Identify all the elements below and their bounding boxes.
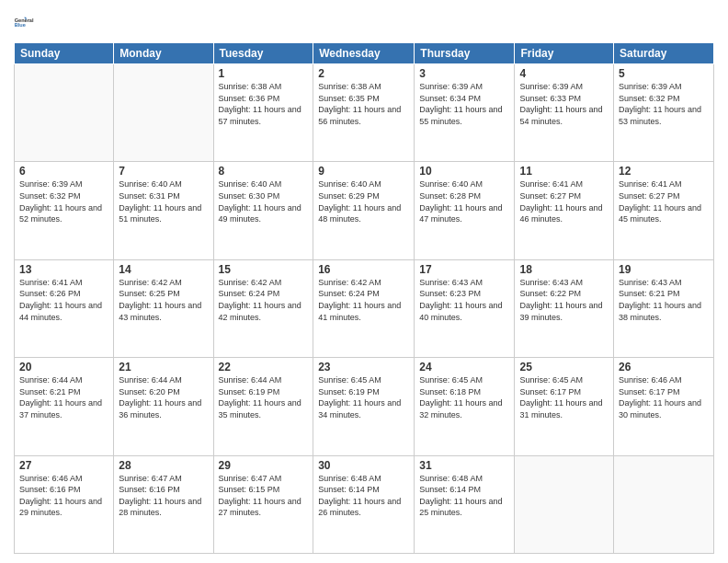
day-cell: 18Sunrise: 6:43 AMSunset: 6:22 PMDayligh…	[515, 259, 614, 357]
day-cell: 4Sunrise: 6:39 AMSunset: 6:33 PMDaylight…	[515, 64, 614, 162]
day-cell	[614, 455, 714, 553]
day-cell: 29Sunrise: 6:47 AMSunset: 6:15 PMDayligh…	[213, 455, 313, 553]
day-info: Sunrise: 6:48 AMSunset: 6:14 PMDaylight:…	[318, 473, 409, 519]
day-number: 5	[619, 67, 709, 80]
day-number: 27	[19, 459, 108, 472]
day-info: Sunrise: 6:40 AMSunset: 6:29 PMDaylight:…	[318, 178, 409, 224]
day-cell: 23Sunrise: 6:45 AMSunset: 6:19 PMDayligh…	[313, 358, 415, 455]
day-info: Sunrise: 6:44 AMSunset: 6:19 PMDaylight:…	[219, 374, 309, 420]
day-cell: 14Sunrise: 6:42 AMSunset: 6:25 PMDayligh…	[114, 259, 213, 357]
col-header-tuesday: Tuesday	[213, 43, 313, 64]
day-info: Sunrise: 6:44 AMSunset: 6:20 PMDaylight:…	[119, 374, 208, 420]
day-info: Sunrise: 6:45 AMSunset: 6:18 PMDaylight:…	[419, 374, 509, 420]
day-cell: 8Sunrise: 6:40 AMSunset: 6:30 PMDaylight…	[213, 162, 313, 259]
logo-icon: General Blue	[14, 9, 40, 35]
day-number: 14	[119, 263, 208, 276]
day-info: Sunrise: 6:41 AMSunset: 6:27 PMDaylight:…	[519, 178, 609, 224]
day-number: 28	[119, 459, 208, 472]
day-cell: 19Sunrise: 6:43 AMSunset: 6:21 PMDayligh…	[614, 259, 714, 357]
day-info: Sunrise: 6:45 AMSunset: 6:17 PMDaylight:…	[519, 374, 609, 420]
day-cell: 27Sunrise: 6:46 AMSunset: 6:16 PMDayligh…	[15, 455, 114, 553]
day-info: Sunrise: 6:38 AMSunset: 6:36 PMDaylight:…	[219, 81, 309, 127]
day-number: 23	[318, 361, 409, 373]
week-row-2: 13Sunrise: 6:41 AMSunset: 6:26 PMDayligh…	[15, 259, 714, 357]
day-number: 13	[19, 263, 108, 276]
day-number: 31	[419, 459, 509, 472]
day-cell: 17Sunrise: 6:43 AMSunset: 6:23 PMDayligh…	[415, 259, 515, 357]
day-number: 8	[219, 165, 309, 178]
day-info: Sunrise: 6:47 AMSunset: 6:15 PMDaylight:…	[219, 473, 309, 519]
day-cell: 7Sunrise: 6:40 AMSunset: 6:31 PMDaylight…	[114, 162, 213, 259]
week-row-1: 6Sunrise: 6:39 AMSunset: 6:32 PMDaylight…	[15, 162, 714, 259]
week-row-3: 20Sunrise: 6:44 AMSunset: 6:21 PMDayligh…	[15, 358, 714, 455]
day-cell: 16Sunrise: 6:42 AMSunset: 6:24 PMDayligh…	[313, 259, 415, 357]
col-header-wednesday: Wednesday	[313, 43, 415, 64]
day-info: Sunrise: 6:45 AMSunset: 6:19 PMDaylight:…	[318, 374, 409, 420]
day-number: 22	[219, 361, 309, 373]
day-cell: 13Sunrise: 6:41 AMSunset: 6:26 PMDayligh…	[15, 259, 114, 357]
header-row: SundayMondayTuesdayWednesdayThursdayFrid…	[15, 43, 714, 64]
day-info: Sunrise: 6:42 AMSunset: 6:24 PMDaylight:…	[318, 277, 409, 323]
day-number: 10	[419, 165, 509, 178]
day-cell: 6Sunrise: 6:39 AMSunset: 6:32 PMDaylight…	[15, 162, 114, 259]
day-cell: 22Sunrise: 6:44 AMSunset: 6:19 PMDayligh…	[213, 358, 313, 455]
logo: General Blue	[14, 9, 43, 35]
day-info: Sunrise: 6:39 AMSunset: 6:32 PMDaylight:…	[19, 178, 108, 224]
day-info: Sunrise: 6:42 AMSunset: 6:24 PMDaylight:…	[219, 277, 309, 323]
day-number: 9	[318, 165, 409, 178]
day-info: Sunrise: 6:40 AMSunset: 6:30 PMDaylight:…	[219, 178, 309, 224]
svg-text:Blue: Blue	[15, 22, 26, 28]
day-info: Sunrise: 6:46 AMSunset: 6:16 PMDaylight:…	[19, 473, 108, 519]
day-cell: 12Sunrise: 6:41 AMSunset: 6:27 PMDayligh…	[614, 162, 714, 259]
col-header-friday: Friday	[515, 43, 614, 64]
day-info: Sunrise: 6:42 AMSunset: 6:25 PMDaylight:…	[119, 277, 208, 323]
day-number: 1	[219, 67, 309, 80]
day-cell: 15Sunrise: 6:42 AMSunset: 6:24 PMDayligh…	[213, 259, 313, 357]
day-cell: 1Sunrise: 6:38 AMSunset: 6:36 PMDaylight…	[213, 64, 313, 162]
day-info: Sunrise: 6:43 AMSunset: 6:21 PMDaylight:…	[619, 277, 709, 323]
day-cell: 10Sunrise: 6:40 AMSunset: 6:28 PMDayligh…	[415, 162, 515, 259]
day-number: 6	[19, 165, 108, 178]
day-number: 18	[519, 263, 609, 276]
day-info: Sunrise: 6:44 AMSunset: 6:21 PMDaylight:…	[19, 374, 108, 420]
day-cell	[15, 64, 114, 162]
day-info: Sunrise: 6:40 AMSunset: 6:31 PMDaylight:…	[119, 178, 208, 224]
day-cell: 31Sunrise: 6:48 AMSunset: 6:14 PMDayligh…	[415, 455, 515, 553]
day-cell: 25Sunrise: 6:45 AMSunset: 6:17 PMDayligh…	[515, 358, 614, 455]
day-cell: 21Sunrise: 6:44 AMSunset: 6:20 PMDayligh…	[114, 358, 213, 455]
day-cell: 11Sunrise: 6:41 AMSunset: 6:27 PMDayligh…	[515, 162, 614, 259]
day-cell: 9Sunrise: 6:40 AMSunset: 6:29 PMDaylight…	[313, 162, 415, 259]
col-header-thursday: Thursday	[415, 43, 515, 64]
col-header-saturday: Saturday	[614, 43, 714, 64]
day-number: 3	[419, 67, 509, 80]
day-info: Sunrise: 6:39 AMSunset: 6:34 PMDaylight:…	[419, 81, 509, 127]
day-info: Sunrise: 6:38 AMSunset: 6:35 PMDaylight:…	[318, 81, 409, 127]
day-number: 19	[619, 263, 709, 276]
day-number: 15	[219, 263, 309, 276]
day-info: Sunrise: 6:47 AMSunset: 6:16 PMDaylight:…	[119, 473, 208, 519]
header: General Blue	[14, 9, 714, 35]
day-info: Sunrise: 6:48 AMSunset: 6:14 PMDaylight:…	[419, 473, 509, 519]
day-cell	[515, 455, 614, 553]
day-cell: 20Sunrise: 6:44 AMSunset: 6:21 PMDayligh…	[15, 358, 114, 455]
day-number: 4	[519, 67, 609, 80]
calendar-page: General Blue SundayMondayTuesdayWednesda…	[0, 0, 728, 563]
week-row-4: 27Sunrise: 6:46 AMSunset: 6:16 PMDayligh…	[15, 455, 714, 553]
day-number: 25	[519, 361, 609, 373]
day-number: 12	[619, 165, 709, 178]
day-cell	[114, 64, 213, 162]
day-number: 29	[219, 459, 309, 472]
day-cell: 24Sunrise: 6:45 AMSunset: 6:18 PMDayligh…	[415, 358, 515, 455]
day-info: Sunrise: 6:43 AMSunset: 6:23 PMDaylight:…	[419, 277, 509, 323]
day-number: 11	[519, 165, 609, 178]
day-number: 20	[19, 361, 108, 373]
day-info: Sunrise: 6:46 AMSunset: 6:17 PMDaylight:…	[619, 374, 709, 420]
day-cell: 5Sunrise: 6:39 AMSunset: 6:32 PMDaylight…	[614, 64, 714, 162]
day-number: 16	[318, 263, 409, 276]
day-number: 26	[619, 361, 709, 373]
day-cell: 30Sunrise: 6:48 AMSunset: 6:14 PMDayligh…	[313, 455, 415, 553]
day-cell: 2Sunrise: 6:38 AMSunset: 6:35 PMDaylight…	[313, 64, 415, 162]
calendar-table: SundayMondayTuesdayWednesdayThursdayFrid…	[14, 42, 714, 554]
day-cell: 28Sunrise: 6:47 AMSunset: 6:16 PMDayligh…	[114, 455, 213, 553]
day-cell: 3Sunrise: 6:39 AMSunset: 6:34 PMDaylight…	[415, 64, 515, 162]
